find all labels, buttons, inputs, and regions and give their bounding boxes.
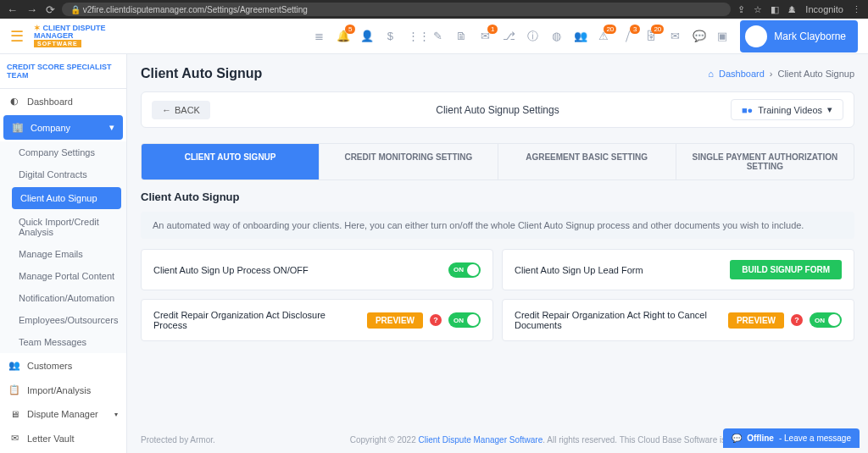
sub-team-messages[interactable]: Team Messages — [0, 331, 126, 353]
breadcrumb: ⌂ Dashboard › Client Auto Signup — [708, 69, 854, 79]
people-icon: 👥 — [8, 360, 20, 371]
footer-link[interactable]: Client Dispute Manager Software — [418, 435, 542, 445]
card-lead-form: Client Auto Sign Up Lead Form BUILD SIGN… — [502, 249, 854, 290]
page-title: Client Auto Signup — [141, 66, 262, 81]
chevron-right-icon: › — [770, 69, 773, 79]
sidebar: CREDIT SCORE SPECIALIST TEAM ◐Dashboard … — [0, 54, 127, 453]
badge: 20 — [604, 25, 616, 34]
user-name: Mark Clayborne — [774, 30, 846, 42]
card-label: Credit Repair Organization Act Right to … — [515, 310, 721, 330]
build-signup-form-button[interactable]: BUILD SIGNUP FORM — [730, 260, 842, 279]
monitor-icon: 🖥 — [8, 409, 20, 419]
toggle-disclosure[interactable]: ON — [448, 312, 481, 328]
user-icon[interactable]: 👤 — [360, 30, 372, 42]
share-icon[interactable]: ⇪ — [737, 4, 745, 15]
main-content: Client Auto Signup ⌂ Dashboard › Client … — [127, 54, 868, 453]
warning-icon[interactable]: ⚠20 — [598, 30, 609, 42]
tab-credit-monitoring[interactable]: CREDIT MONITORING SETTING — [320, 144, 498, 180]
extension-icon[interactable]: ◧ — [771, 4, 779, 15]
star-icon[interactable]: ☆ — [754, 4, 762, 15]
grip-icon[interactable]: ⋮⋮ — [408, 30, 420, 42]
preview-cancel-button[interactable]: PREVIEW — [728, 312, 784, 329]
box-icon[interactable]: ▣ — [716, 30, 728, 42]
profile-label: Incognito — [805, 4, 843, 14]
mail-open-icon: ✉ — [8, 433, 20, 444]
arrow-left-icon: ← — [162, 105, 171, 115]
browser-chrome: ← → ⟳ 🔒 v2fire.clientdisputemanager.com/… — [0, 0, 868, 19]
user-chip[interactable]: ✦ Mark Clayborne — [740, 20, 858, 52]
training-videos-button[interactable]: ■●Training Videos▾ — [731, 99, 843, 120]
card-label: Client Auto Sign Up Lead Form — [515, 265, 723, 275]
chat-status: Offline — [747, 434, 774, 443]
dollar-icon[interactable]: $ — [384, 30, 396, 42]
lock-icon: 🔒 — [70, 5, 83, 14]
sidebar-item-dashboard[interactable]: ◐Dashboard — [0, 89, 126, 113]
badge: 3 — [630, 25, 640, 34]
settings-tabs: CLIENT AUTO SIGNUP CREDIT MONITORING SET… — [141, 143, 854, 180]
sub-client-auto-signup[interactable]: Client Auto Signup — [12, 187, 121, 209]
forward-icon[interactable]: → — [26, 3, 37, 16]
breadcrumb-current: Client Auto Signup — [777, 69, 854, 79]
sub-manage-portal[interactable]: Manage Portal Content — [0, 265, 126, 287]
cards-grid: Client Auto Sign Up Process ON/OFF ON Cl… — [141, 249, 854, 341]
url-bar[interactable]: 🔒 v2fire.clientdisputemanager.com/Settin… — [62, 3, 731, 16]
mail-icon[interactable]: ✉1 — [479, 30, 491, 42]
logo: ✶ CLIENT DISPUTE MANAGER SOFTWARE — [34, 25, 106, 47]
sub-quick-import[interactable]: Quick Import/Credit Analysis — [0, 211, 126, 243]
team-label: CREDIT SCORE SPECIALIST TEAM — [0, 54, 126, 89]
chat-bubble-icon: 💬 — [732, 434, 742, 443]
reload-icon[interactable]: ⟳ — [46, 3, 55, 16]
sub-notification[interactable]: Notification/Automation — [0, 287, 126, 309]
menu-icon[interactable]: ☰ — [10, 27, 24, 46]
toggle-process[interactable]: ON — [448, 262, 481, 278]
help-icon[interactable]: ? — [430, 314, 442, 326]
pencil-icon[interactable]: ✎ — [431, 30, 443, 42]
help-icon[interactable]: ? — [791, 314, 803, 326]
sidebar-item-label: Dashboard — [27, 97, 73, 107]
sidebar-item-label: Dispute Manager — [27, 409, 98, 419]
sub-manage-emails[interactable]: Manage Emails — [0, 243, 126, 265]
url-text: v2fire.clientdisputemanager.com/Settings… — [83, 5, 308, 14]
sidebar-item-label: Customers — [27, 361, 72, 371]
chat-widget[interactable]: 💬 Offline - Leave a message — [723, 428, 860, 448]
chevron-down-icon: ▾ — [114, 411, 118, 418]
back-icon[interactable]: ← — [7, 3, 18, 16]
list-icon[interactable]: ≣ — [313, 30, 325, 42]
card-disclosure: Credit Repair Organization Act Disclosur… — [141, 299, 493, 341]
sidebar-item-label: Company — [31, 123, 70, 133]
back-button[interactable]: ←BACK — [152, 101, 210, 119]
sidebar-item-dispute[interactable]: 🖥Dispute Manager▾ — [0, 402, 126, 426]
sidebar-item-customers[interactable]: 👥Customers — [0, 353, 126, 378]
breadcrumb-home[interactable]: Dashboard — [719, 69, 765, 79]
tab-single-payment[interactable]: SINGLE PAYMENT AUTHORIZATION SETTING — [676, 144, 854, 180]
bell-icon[interactable]: 🔔5 — [337, 30, 348, 42]
footer-left: Protected by Armor. — [141, 435, 215, 445]
preview-disclosure-button[interactable]: PREVIEW — [367, 312, 423, 329]
sub-company-settings[interactable]: Company Settings — [0, 141, 126, 163]
sub-digital-contracts[interactable]: Digital Contracts — [0, 163, 126, 185]
card-label: Client Auto Sign Up Process ON/OFF — [153, 265, 442, 275]
info-icon[interactable]: ⓘ — [526, 29, 538, 44]
globe-icon[interactable]: ◍ — [550, 30, 562, 42]
toggle-cancel[interactable]: ON — [810, 312, 842, 328]
tab-client-auto-signup[interactable]: CLIENT AUTO SIGNUP — [142, 144, 320, 180]
slash-icon[interactable]: ⧸3 — [621, 30, 633, 43]
card-cancel-docs: Credit Repair Organization Act Right to … — [502, 299, 854, 341]
card-process-toggle: Client Auto Sign Up Process ON/OFF ON — [141, 249, 493, 290]
chat-icon[interactable]: 💬 — [693, 30, 704, 42]
tab-agreement-basic[interactable]: AGREEMENT BASIC SETTING — [498, 144, 676, 180]
section-title: Client Auto Signup — [127, 180, 868, 207]
sidebar-item-letter[interactable]: ✉Letter Vault — [0, 426, 126, 450]
group-icon[interactable]: 👥 — [574, 30, 586, 42]
sidebar-item-company[interactable]: 🏢Company▾ — [3, 115, 123, 140]
sidebar-item-label: Import/Analysis — [27, 385, 91, 395]
sub-employees[interactable]: Employees/Outsourcers — [0, 309, 126, 331]
file-icon[interactable]: 🗎 — [455, 30, 467, 42]
kebab-icon[interactable]: ⋮ — [852, 4, 861, 15]
branch-icon[interactable]: ⎇ — [503, 30, 515, 42]
database-icon[interactable]: 🗄20 — [645, 30, 657, 42]
video-icon: ■● — [742, 105, 753, 115]
open-mail-icon[interactable]: ✉ — [669, 30, 681, 42]
sidebar-item-import[interactable]: 📋Import/Analysis — [0, 378, 126, 402]
avatar: ✦ — [745, 25, 767, 47]
